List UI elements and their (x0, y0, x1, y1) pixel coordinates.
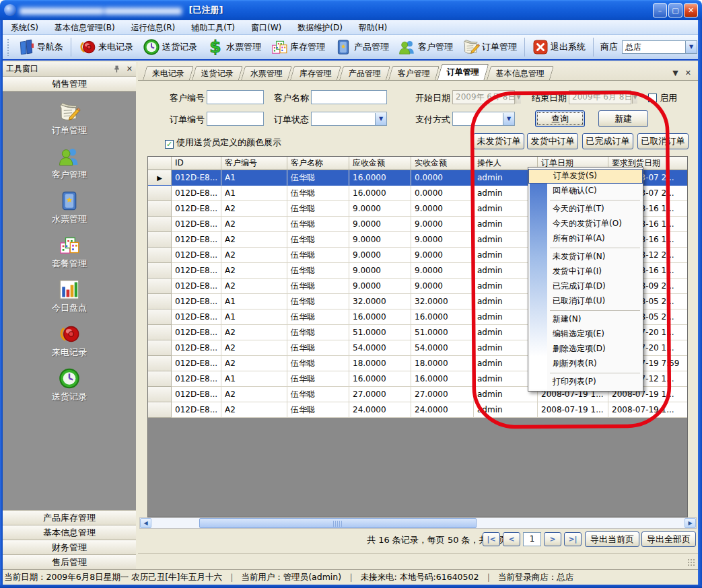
export-all-pages-button[interactable]: 导出全部页 (641, 531, 696, 547)
row-selector[interactable]: ▶ (148, 279, 172, 294)
first-page-button[interactable]: |< (483, 532, 500, 546)
color-display-checkbox[interactable]: ✓使用送货员定义的颜色展示 (165, 135, 281, 149)
toolbar-inventory-button[interactable]: 库存管理 (266, 37, 330, 57)
sidebar-item-delivery-log[interactable]: 送货记录 (3, 367, 136, 403)
start-date-picker[interactable]: 2009年 6月 8日 ▼ (452, 90, 515, 104)
close-icon[interactable]: ✕ (127, 65, 133, 73)
document-tab[interactable]: 产品管理 (339, 66, 390, 80)
scroll-left-icon[interactable]: ◀ (140, 518, 151, 528)
column-header[interactable]: 实收金额 (411, 157, 474, 170)
context-menu-item[interactable]: 订单发货(S) (528, 169, 643, 184)
row-selector[interactable]: ▶ (148, 309, 172, 325)
row-selector[interactable]: ▶ (148, 387, 172, 402)
checkbox-checked-icon[interactable]: ✓ (165, 140, 174, 149)
toolbar-order-button[interactable]: 订单管理 (458, 37, 522, 57)
row-selector[interactable]: ▶ (148, 325, 172, 340)
new-button[interactable]: 新建 (598, 110, 648, 127)
chevron-down-icon[interactable]: ▼ (375, 113, 386, 125)
close-button[interactable]: ✕ (684, 3, 698, 17)
query-button[interactable]: 查询 (535, 110, 585, 127)
tab-list-dropdown-icon[interactable]: ▼ (672, 69, 678, 77)
context-menu-item[interactable]: 编辑选定项(E) (528, 327, 643, 342)
context-menu-item[interactable]: 已完成订单(D) (528, 279, 643, 294)
column-header[interactable]: ID (172, 157, 221, 170)
toolbar-grip[interactable] (7, 38, 10, 56)
context-menu-item[interactable]: 删除选定项(D) (528, 342, 643, 357)
last-page-button[interactable]: >| (564, 532, 582, 546)
sidebar-item-call-log[interactable]: 来电记录 (3, 323, 136, 359)
customer-code-input[interactable] (207, 90, 264, 104)
order-status-filter-button[interactable]: 已完成订单 (582, 133, 633, 149)
sidebar-item-daily-check[interactable]: 今日盘点 (3, 279, 136, 314)
menu-item[interactable]: 辅助工具(T) (183, 20, 243, 34)
row-selector[interactable]: ▶ (148, 217, 172, 232)
export-current-page-button[interactable]: 导出当前页 (585, 531, 639, 547)
toolbar-delivery-log-button[interactable]: 送货记录 (138, 37, 202, 57)
chevron-down-icon[interactable]: ▼ (685, 41, 697, 53)
context-menu-item[interactable]: 未发货订单(N) (528, 250, 643, 264)
sidebar-category-button[interactable]: 基本信息管理 (3, 525, 136, 540)
column-header[interactable] (148, 157, 172, 170)
row-selector[interactable]: ▶ (148, 371, 172, 387)
next-page-button[interactable]: > (544, 532, 561, 546)
table-row[interactable]: ▶ 012D-E8... A2 伍华聪 24.0000 24.0000 admi… (148, 402, 687, 418)
context-menu-item[interactable]: 已取消订单(U) (528, 294, 643, 309)
sidebar-category-button[interactable]: 产品库存管理 (3, 510, 136, 525)
pin-icon[interactable] (112, 65, 121, 73)
column-header[interactable]: 客户名称 (287, 157, 349, 170)
context-menu-item[interactable]: 回单确认(C) (528, 184, 643, 198)
toolbar-product-button[interactable]: 产品管理 (330, 37, 394, 57)
horizontal-scrollbar[interactable]: ◀ ▶ (139, 517, 697, 529)
enable-checkbox[interactable]: 启用 (648, 91, 677, 105)
document-tab[interactable]: 送货记录 (192, 66, 243, 80)
order-status-filter-button[interactable]: 未发货订单 (473, 133, 524, 149)
context-menu-item[interactable]: 所有的订单(A) (528, 231, 643, 246)
sidebar-item-order[interactable]: 订单管理 (3, 101, 136, 137)
document-tab[interactable]: 基本信息管理 (487, 66, 554, 80)
row-selector[interactable]: ▶ (148, 248, 172, 263)
menu-item[interactable]: 基本信息管理(B) (46, 20, 123, 34)
maximize-button[interactable]: ▢ (668, 3, 682, 17)
toolbar-call-log-button[interactable]: 来电记录 (74, 37, 138, 57)
menu-item[interactable]: 系统(S) (3, 20, 46, 34)
row-selector[interactable]: ▶ (148, 201, 172, 217)
row-selector[interactable]: ▶ (148, 294, 172, 309)
menu-item[interactable]: 数据维护(D) (289, 20, 351, 34)
order-status-select[interactable]: ▼ (311, 112, 387, 126)
chevron-down-icon[interactable]: ▼ (503, 113, 514, 125)
document-tab[interactable]: 库存管理 (290, 66, 341, 80)
menu-item[interactable]: 窗口(W) (243, 20, 289, 34)
document-tab[interactable]: 客户管理 (388, 66, 440, 80)
sidebar-category-button[interactable]: 财务管理 (3, 540, 136, 554)
tab-close-icon[interactable]: ✕ (685, 69, 691, 77)
sidebar-item-combo[interactable]: 套餐管理 (3, 234, 136, 270)
sidebar-item-water-ticket[interactable]: 水票管理 (3, 190, 136, 225)
row-selector[interactable]: ▶ (148, 186, 172, 201)
document-tab[interactable]: 来电记录 (143, 66, 194, 80)
toolbar-water-ticket-button[interactable]: 水票管理 (202, 37, 266, 57)
document-tab[interactable]: 订单管理 (437, 64, 489, 80)
toolbar-exit-button[interactable]: 退出系统 (528, 38, 590, 57)
order-status-filter-button[interactable]: 已取消订单 (637, 133, 689, 149)
sidebar-category-button[interactable]: 售后管理 (3, 554, 136, 569)
column-header[interactable]: 客户编号 (221, 157, 287, 170)
row-selector[interactable]: ▶ (148, 263, 172, 279)
sidebar-item-customer[interactable]: 客户管理 (3, 145, 136, 181)
checkbox-icon[interactable] (648, 94, 657, 102)
row-selector[interactable]: ▶ (148, 356, 172, 371)
minimize-button[interactable]: – (653, 3, 667, 17)
sidebar-section-sales[interactable]: 销售管理 (3, 77, 136, 91)
row-selector[interactable]: ▶ (148, 232, 172, 248)
order-code-input[interactable] (207, 112, 264, 126)
row-selector[interactable]: ▶ (148, 340, 172, 356)
page-number-input[interactable]: 1 (523, 532, 541, 546)
prev-page-button[interactable]: < (503, 532, 520, 546)
row-selector[interactable]: ▶ (148, 402, 172, 418)
menu-item[interactable]: 帮助(H) (351, 20, 395, 34)
customer-name-input[interactable] (311, 90, 387, 104)
order-status-filter-button[interactable]: 发货中订单 (527, 133, 578, 149)
toolbar-nav-button[interactable]: 导航条 (13, 37, 68, 57)
menu-item[interactable]: 运行信息(R) (123, 20, 184, 34)
shop-select[interactable]: 总店 ▼ (622, 40, 697, 54)
scrollbar-thumb[interactable] (199, 518, 477, 528)
